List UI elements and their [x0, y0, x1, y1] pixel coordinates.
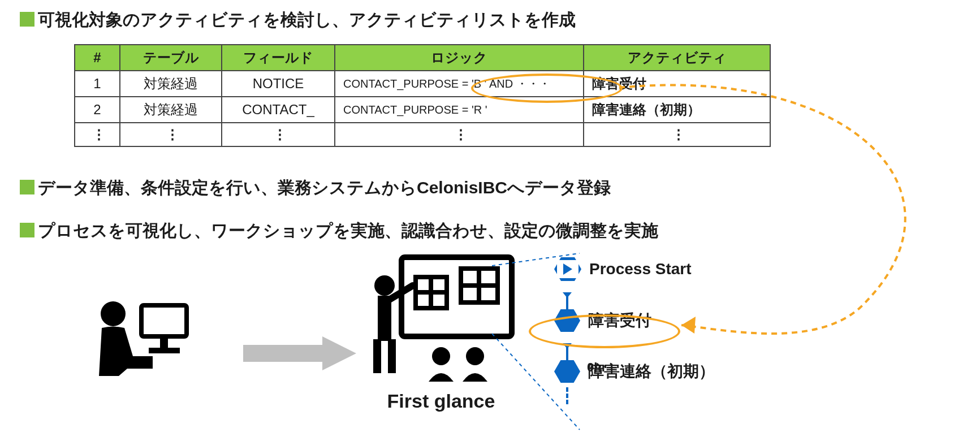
bullet-1: 可視化対象のアクティビティを検討し、アクティビティリストを作成	[20, 8, 576, 31]
svg-point-12	[374, 275, 395, 296]
svg-rect-1	[160, 336, 168, 348]
svg-rect-16	[388, 339, 396, 373]
svg-point-17	[432, 347, 450, 365]
th-logic: ロジック	[335, 45, 584, 71]
bullet-square-icon	[20, 180, 34, 194]
bullet-2-text: データ準備、条件設定を行い、業務システムからCelonisIBCへデータ登録	[38, 176, 611, 198]
vdots-icon: ⋮	[273, 127, 283, 142]
bullet-square-icon	[20, 12, 34, 27]
vdots-icon: ⋮	[454, 127, 464, 142]
svg-marker-21	[681, 317, 696, 334]
dashed-arc-arrow-icon	[616, 82, 967, 342]
person-computer-icon	[88, 294, 195, 392]
arrow-right-icon	[243, 334, 356, 375]
th-activity: アクティビティ	[584, 45, 770, 71]
bullet-square-icon	[20, 223, 34, 237]
vdots-icon: ⋮	[166, 127, 176, 142]
flow-hours-label: 0hr	[587, 360, 606, 375]
bullet-2: データ準備、条件設定を行い、業務システムからCelonisIBCへデータ登録	[20, 176, 611, 198]
svg-point-3	[101, 301, 126, 326]
table-header-row: # テーブル フィールド ロジック アクティビティ	[75, 45, 770, 71]
flow-dash-icon	[566, 387, 571, 404]
flow-node-2-label: 障害連絡（初期）	[588, 361, 715, 382]
bullet-1-text: 可視化対象のアクティビティを検討し、アクティビティリストを作成	[38, 8, 576, 31]
svg-point-18	[466, 347, 484, 365]
bullet-3-text: プロセスを可視化し、ワークショップを実施、認識合わせ、設定の微調整を実施	[38, 219, 658, 241]
th-num: #	[75, 45, 120, 71]
highlight-circle-icon	[471, 74, 623, 103]
th-field: フィールド	[222, 45, 335, 71]
th-table: テーブル	[120, 45, 222, 71]
svg-rect-2	[149, 348, 180, 353]
process-start-icon	[554, 257, 581, 281]
vdots-icon: ⋮	[92, 127, 102, 142]
svg-marker-4	[243, 336, 356, 370]
svg-rect-15	[373, 339, 381, 373]
flow-hex-icon	[554, 360, 580, 383]
bullet-3: プロセスを可視化し、ワークショップを実施、認識合わせ、設定の微調整を実施	[20, 219, 658, 241]
svg-rect-0	[141, 305, 187, 336]
